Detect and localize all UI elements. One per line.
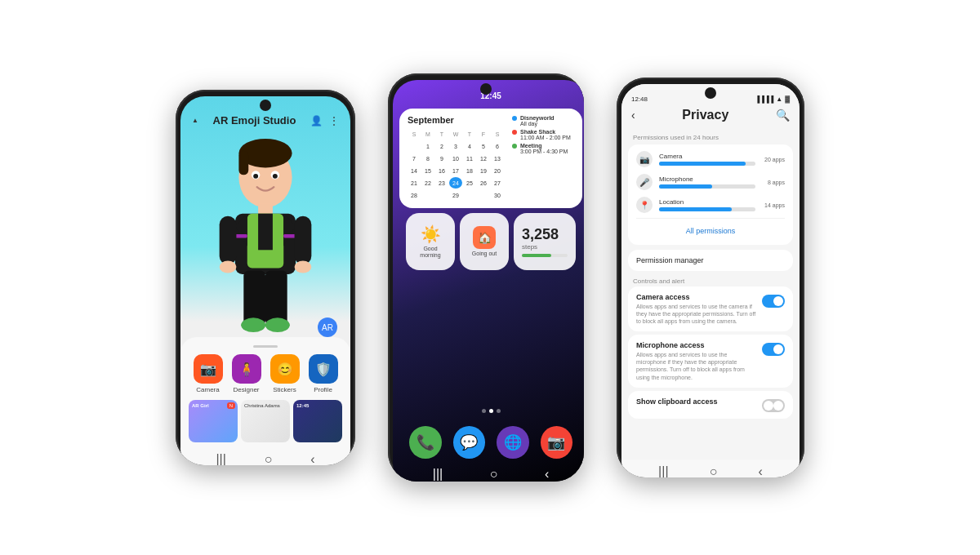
phone3-notch bbox=[705, 87, 716, 99]
cal-14: 14 bbox=[408, 165, 421, 176]
cal-24-today: 24 bbox=[449, 177, 462, 189]
status-icons: ▐▐▐▐ ▲ ▓ bbox=[755, 95, 790, 103]
camera-access-text: Camera access Allows apps and services t… bbox=[636, 293, 757, 325]
thumb-3[interactable]: 12:45 bbox=[293, 400, 342, 442]
more-options-icon[interactable]: ⋮ bbox=[329, 115, 339, 127]
permissions-section-label: Permissions used in 24 hours bbox=[621, 129, 800, 144]
microphone-perm-count: 8 apps bbox=[762, 180, 785, 185]
nav2-home[interactable]: ○ bbox=[490, 467, 498, 482]
event1-time: All day bbox=[520, 121, 555, 127]
cal-22: 22 bbox=[421, 177, 434, 189]
drag-handle bbox=[253, 345, 278, 348]
nav2-recents[interactable]: ||| bbox=[433, 467, 443, 482]
camera-perm-count: 20 apps bbox=[762, 157, 785, 162]
clipboard-access-card: Show clipboard access bbox=[628, 391, 793, 419]
cal-day-t2: T bbox=[463, 128, 476, 140]
all-permissions-button[interactable]: All permissions bbox=[636, 224, 785, 238]
cal-17: 17 bbox=[449, 165, 462, 176]
cal-30: 30 bbox=[491, 189, 504, 201]
ar-mode-icon[interactable]: AR bbox=[318, 317, 337, 337]
phone1-screen: ▲ AR Emoji Studio 👤 ⋮ bbox=[180, 96, 350, 465]
clipboard-access-toggle[interactable] bbox=[762, 399, 785, 412]
messages-app-icon[interactable]: 💬 bbox=[453, 426, 486, 459]
microphone-access-toggle[interactable] bbox=[762, 343, 785, 356]
event2-title: Shake Shack bbox=[520, 129, 571, 135]
cal-day-f: F bbox=[477, 128, 490, 140]
phone2-app-dock: 📞 💬 🌐 📷 bbox=[393, 420, 584, 462]
cal-19: 19 bbox=[477, 165, 490, 176]
camera-perm-icon: 📷 bbox=[636, 151, 653, 167]
svg-rect-19 bbox=[243, 270, 265, 325]
cal-7: 7 bbox=[408, 153, 421, 164]
cal-8: 8 bbox=[421, 153, 434, 164]
svg-rect-15 bbox=[220, 216, 237, 264]
cal-29: 29 bbox=[449, 189, 462, 201]
cal-15: 15 bbox=[421, 165, 434, 176]
camera-app-icon[interactable]: 📷 bbox=[541, 426, 573, 459]
cal-day-s2: S bbox=[491, 128, 504, 140]
camera-access-row: Camera access Allows apps and services t… bbox=[636, 293, 785, 325]
cal-grid: September S M T W T F S bbox=[408, 115, 504, 202]
nav-recents[interactable]: ||| bbox=[216, 452, 225, 465]
page-dot-3 bbox=[497, 409, 501, 413]
location-bar-bg bbox=[659, 207, 755, 211]
cal-25: 25 bbox=[463, 177, 476, 189]
stickers-item[interactable]: 😊 Stickers bbox=[270, 354, 300, 393]
browser-app-icon[interactable]: 🌐 bbox=[497, 426, 529, 459]
cal-content-area: September S M T W T F S bbox=[408, 115, 574, 202]
svg-rect-13 bbox=[235, 234, 247, 238]
phone3-screen: 12:48 ▐▐▐▐ ▲ ▓ ‹ Privacy 🔍 Permissions u… bbox=[621, 84, 800, 477]
going-out-widget: 🏠 Going out bbox=[460, 213, 509, 270]
microphone-access-text: Microphone access Allows apps and servic… bbox=[636, 341, 757, 380]
phone1-navigation: ||| ○ ‹ bbox=[180, 447, 350, 465]
person-add-icon[interactable]: 👤 bbox=[310, 115, 323, 127]
steps-widget: 3,258 steps bbox=[514, 213, 576, 270]
cal-day-t1: T bbox=[435, 128, 448, 140]
privacy-title: Privacy bbox=[682, 108, 728, 122]
search-icon[interactable]: 🔍 bbox=[776, 109, 790, 122]
nav-back[interactable]: ‹ bbox=[310, 452, 314, 465]
event1-dot bbox=[512, 116, 517, 121]
nav2-back[interactable]: ‹ bbox=[545, 467, 549, 482]
page-dot-1 bbox=[482, 409, 486, 413]
nav3-home[interactable]: ○ bbox=[710, 464, 718, 477]
profile-icon: 🛡️ bbox=[309, 354, 338, 384]
phone-app-icon[interactable]: 📞 bbox=[409, 426, 442, 459]
thumb-1[interactable]: N AR Girl bbox=[189, 400, 238, 442]
event2-time: 11:00 AM - 2:00 PM bbox=[520, 135, 571, 140]
phone-3: 12:48 ▐▐▐▐ ▲ ▓ ‹ Privacy 🔍 Permissions u… bbox=[617, 78, 804, 477]
cal-row-1: 1 2 3 4 5 6 bbox=[408, 140, 504, 152]
svg-rect-16 bbox=[295, 216, 312, 264]
location-perm-count: 14 apps bbox=[762, 202, 785, 208]
nav-home[interactable]: ○ bbox=[265, 452, 273, 465]
bottom-widgets-row: ☀️ Goodmorning 🏠 Going out 3,258 steps bbox=[399, 213, 582, 270]
phone2-spacer bbox=[393, 275, 584, 402]
thumb-2[interactable]: Christina Adams bbox=[241, 400, 290, 442]
cal-row-2: 7 8 9 10 11 12 13 bbox=[408, 153, 504, 164]
cal-event-2: Shake Shack 11:00 AM - 2:00 PM bbox=[512, 129, 574, 140]
camera-icon: 📷 bbox=[194, 354, 223, 384]
nav3-recents[interactable]: ||| bbox=[658, 464, 668, 477]
designer-label: Designer bbox=[233, 386, 259, 393]
camera-perm-info: Camera bbox=[659, 153, 755, 166]
phone2-notch bbox=[480, 83, 492, 95]
event3-dot bbox=[512, 144, 517, 149]
signal-icon: ▐▐▐▐ bbox=[755, 95, 774, 103]
cal-events-list: Disneyworld All day Shake Shack 11:00 AM… bbox=[509, 115, 574, 154]
phone1-app-title: AR Emoji Studio bbox=[213, 114, 296, 127]
camera-item[interactable]: 📷 Camera bbox=[194, 354, 223, 393]
emoji-character-svg bbox=[180, 131, 350, 337]
cal-26: 26 bbox=[477, 177, 490, 189]
back-icon[interactable]: ‹ bbox=[631, 109, 635, 122]
camera-access-title: Camera access bbox=[636, 293, 757, 301]
location-perm-info: Location bbox=[659, 198, 755, 211]
phone2-screen: 12:45 September S M T W T F bbox=[393, 80, 584, 482]
permission-manager-row[interactable]: Permission manager bbox=[628, 250, 793, 271]
svg-point-6 bbox=[273, 174, 278, 179]
designer-item[interactable]: 🧍 Designer bbox=[232, 354, 261, 393]
profile-item[interactable]: 🛡️ Profile bbox=[309, 354, 338, 393]
cal-10: 10 bbox=[449, 153, 462, 164]
nav3-back[interactable]: ‹ bbox=[759, 464, 763, 477]
camera-access-toggle[interactable] bbox=[762, 295, 785, 308]
profile-label: Profile bbox=[314, 386, 332, 393]
